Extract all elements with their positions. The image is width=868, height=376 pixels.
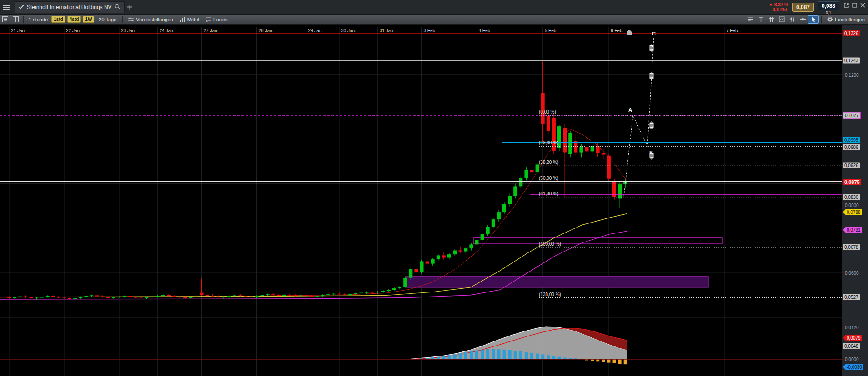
axis-price-label: 0,1326 xyxy=(843,30,860,36)
axis-price-label: -0,0030 xyxy=(843,364,863,370)
svg-text:28 Jan.: 28 Jan. xyxy=(259,28,274,33)
chart-toolbar: 1 stunde 1std 4std 1W 20 Tage Voreinstel… xyxy=(0,15,868,25)
axis-price-label: 0,1243 xyxy=(843,58,860,64)
pattern-flag-icon xyxy=(650,45,654,51)
fib-label: (23,60 %) xyxy=(539,140,558,145)
gear-icon xyxy=(827,16,833,22)
price-chart[interactable]: 21 Jan.22 Jan.23 Jan.24 Jan.27 Jan.28 Ja… xyxy=(0,25,842,376)
news-icon[interactable] xyxy=(745,15,756,24)
histogram-bar xyxy=(618,359,622,364)
pattern-flag-icon xyxy=(650,122,654,128)
trading-app: Steinhoff International Holdings NV ▼ 8,… xyxy=(0,0,868,376)
bid-price[interactable]: 0,087 xyxy=(792,3,814,12)
separator xyxy=(122,16,123,23)
fib-label: (61,80 %) xyxy=(539,191,558,196)
list-view-icon[interactable] xyxy=(0,15,10,24)
panels-icon[interactable] xyxy=(10,15,21,24)
mittel-button[interactable]: Mittel xyxy=(176,15,202,24)
change-percent: ▼ 8,37 % xyxy=(768,2,788,7)
histogram-bar xyxy=(547,355,550,359)
compare-icon[interactable] xyxy=(777,15,787,24)
timeframe-label[interactable]: 1 stunde xyxy=(29,17,48,22)
histogram-bar xyxy=(541,354,544,359)
timeframe-1std-button[interactable]: 1std xyxy=(51,16,65,23)
histogram-bar xyxy=(492,349,495,359)
histogram-bar xyxy=(514,351,517,359)
histogram-bar xyxy=(530,353,533,359)
axis-price-label: 0,0048 xyxy=(843,343,860,349)
candles xyxy=(7,62,627,300)
menu-icon[interactable] xyxy=(0,0,13,14)
svg-text:22 Jan.: 22 Jan. xyxy=(66,28,81,33)
svg-text:4 Feb.: 4 Feb. xyxy=(479,28,492,33)
fib-label: (50,00 %) xyxy=(539,176,558,181)
einstellungen-button[interactable]: Einstellungen xyxy=(824,15,868,24)
grid-icon[interactable] xyxy=(766,15,777,24)
axis-price-label: 0,0830 xyxy=(843,194,860,200)
cursor-tool-icon[interactable] xyxy=(808,15,819,24)
histogram-bar xyxy=(448,355,451,359)
svg-text:31 Jan.: 31 Jan. xyxy=(380,28,395,33)
chart-check-icon xyxy=(19,4,24,11)
axis-price-label: 0,0079 xyxy=(843,335,862,341)
forum-button[interactable]: Forum xyxy=(202,15,231,24)
search-icon[interactable] xyxy=(115,4,120,11)
histogram-bar xyxy=(607,359,610,363)
histogram-bar xyxy=(508,350,512,359)
axis-price-label: 0,0731 xyxy=(843,227,862,233)
axis-price-label: 0,0926 xyxy=(843,163,860,168)
histogram-bar xyxy=(442,356,445,359)
zone-box xyxy=(407,277,708,287)
fib-label: (38,20 %) xyxy=(539,160,558,165)
histogram-bar xyxy=(613,359,616,363)
histogram-bar xyxy=(481,350,484,359)
date-axis: 21 Jan.22 Jan.23 Jan.24 Jan.27 Jan.28 Ja… xyxy=(9,27,739,376)
histogram-bar xyxy=(596,359,599,361)
timeframe-1w-button[interactable]: 1W xyxy=(83,16,94,23)
axis-price-label: 0,0800 xyxy=(845,203,859,208)
change-points: 0,8 Pkt. xyxy=(768,7,788,12)
maximize-icon[interactable] xyxy=(851,1,858,10)
separator xyxy=(821,16,822,23)
chart-container: 21 Jan.22 Jan.23 Jan.24 Jan.27 Jan.28 Ja… xyxy=(0,25,868,376)
axis-price-label: 0,0788 xyxy=(843,209,862,215)
histogram-bar xyxy=(503,350,506,359)
chart-type-icon[interactable] xyxy=(787,15,798,24)
range-label[interactable]: 20 Tage xyxy=(99,17,116,22)
svg-text:24 Jan.: 24 Jan. xyxy=(160,28,175,33)
histogram-bar xyxy=(437,357,440,359)
separator xyxy=(23,16,24,23)
crosshair-icon[interactable] xyxy=(798,15,808,24)
svg-text:23 Jan.: 23 Jan. xyxy=(121,28,136,33)
price-axis[interactable]: 0,13260,12430,12000,10770,09950,09890,09… xyxy=(842,25,868,376)
projection-label: C xyxy=(652,31,656,36)
axis-price-label: 0,0875 xyxy=(843,179,861,185)
axis-price-label: 0,0120 xyxy=(845,325,859,331)
histogram-bar xyxy=(519,351,522,359)
instrument-tab[interactable]: Steinhoff International Holdings NV xyxy=(15,1,125,13)
quote-panel: ▼ 8,37 % 0,8 Pkt. 0,087 0,088 0,1 xyxy=(768,0,866,15)
svg-text:6 Feb.: 6 Feb. xyxy=(611,28,623,33)
text-tool-icon[interactable] xyxy=(756,15,766,24)
ask-price[interactable]: 0,088 xyxy=(818,1,839,10)
instrument-title: Steinhoff International Holdings NV xyxy=(27,4,112,10)
histogram-bar xyxy=(525,352,528,359)
axis-price-label: 0,0527 xyxy=(843,294,860,300)
chart-marker-icon xyxy=(627,30,632,35)
timeframe-4std-button[interactable]: 4std xyxy=(67,16,81,23)
svg-text:27 Jan.: 27 Jan. xyxy=(204,28,219,33)
histogram-bar xyxy=(453,354,457,359)
svg-text:7 Feb.: 7 Feb. xyxy=(726,28,739,33)
pattern-flag-icon xyxy=(650,153,654,158)
histogram-bar xyxy=(552,356,555,359)
axis-price-label: 0,0678 xyxy=(843,244,860,250)
close-icon[interactable] xyxy=(859,1,866,10)
popout-icon[interactable] xyxy=(843,1,850,10)
sliders-icon xyxy=(128,17,134,22)
histogram-bar xyxy=(558,357,561,359)
voreinstellungen-button[interactable]: Voreinstellungen xyxy=(125,15,176,24)
topbar: Steinhoff International Holdings NV ▼ 8,… xyxy=(0,0,868,15)
svg-text:29 Jan.: 29 Jan. xyxy=(308,28,323,33)
add-tab-button[interactable] xyxy=(125,0,135,14)
histogram-bar xyxy=(497,349,500,359)
